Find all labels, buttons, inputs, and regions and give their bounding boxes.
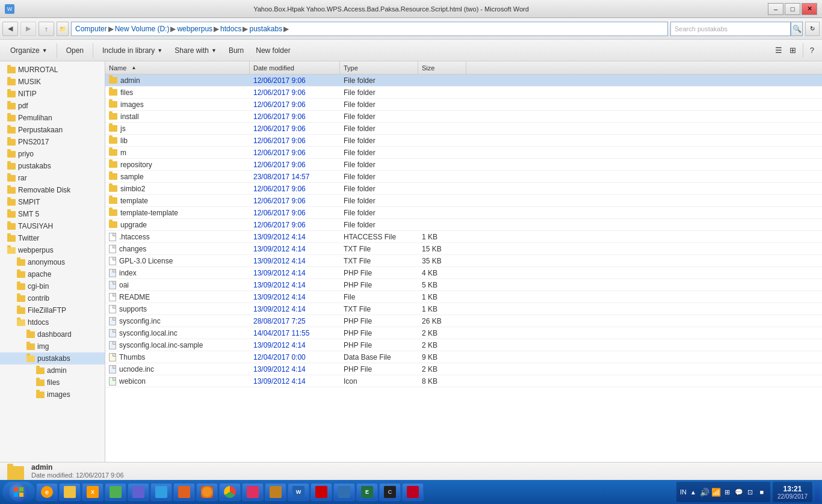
- search-box[interactable]: Search pustakabs: [670, 22, 791, 36]
- table-row[interactable]: sample 23/08/2017 14:57 File folder: [105, 171, 822, 183]
- sidebar-item-rar[interactable]: rar: [0, 172, 105, 184]
- col-header-name[interactable]: Name ▲: [105, 61, 250, 74]
- taskbar-word[interactable]: W: [288, 483, 309, 501]
- sidebar-item-pemulihan[interactable]: Pemulihan: [0, 112, 105, 124]
- table-row[interactable]: README 13/09/2012 4:14 File 1 KB: [105, 291, 822, 303]
- table-row[interactable]: files 12/06/2017 9:06 File folder: [105, 87, 822, 99]
- include-in-library-button[interactable]: Include in library ▼: [97, 42, 168, 59]
- taskbar-xampp[interactable]: X: [82, 483, 104, 501]
- sidebar-item-pns2017[interactable]: PNS2017: [0, 136, 105, 148]
- new-folder-button[interactable]: New folder: [250, 42, 295, 59]
- address-path[interactable]: Computer ▶ New Volume (D:) ▶ webperpus ▶…: [71, 22, 668, 36]
- table-row[interactable]: Thumbs 12/04/2017 0:00 Data Base File 9 …: [105, 351, 822, 363]
- sidebar-item-murrotal[interactable]: MURROTAL: [0, 64, 105, 76]
- tray-icon-4[interactable]: ⊞: [723, 487, 732, 497]
- sidebar-item-webperpus[interactable]: webperpus: [0, 244, 105, 256]
- maximize-button[interactable]: □: [785, 3, 800, 15]
- path-drive[interactable]: New Volume (D:): [115, 25, 170, 33]
- help-button[interactable]: ?: [807, 42, 817, 59]
- sidebar-item-anonymous[interactable]: anonymous: [0, 256, 105, 268]
- tray-icon-2[interactable]: 🔊: [700, 487, 709, 497]
- open-button[interactable]: Open: [61, 42, 89, 59]
- table-row[interactable]: repository 12/06/2017 9:06 File folder: [105, 159, 822, 171]
- sidebar-item-tausiyah[interactable]: TAUSIYAH: [0, 220, 105, 232]
- taskbar-app6[interactable]: [150, 483, 172, 501]
- view-options-button[interactable]: ⊞: [786, 42, 799, 59]
- sidebar-item-htdocs[interactable]: htdocs: [0, 316, 105, 328]
- sidebar-item-pdf[interactable]: pdf: [0, 100, 105, 112]
- table-row[interactable]: GPL-3.0 License 13/09/2012 4:14 TXT File…: [105, 255, 822, 267]
- minimize-button[interactable]: –: [768, 3, 783, 15]
- taskbar-app11[interactable]: [265, 483, 286, 501]
- taskbar-app5[interactable]: [128, 483, 149, 501]
- share-with-button[interactable]: Share with ▼: [169, 42, 222, 59]
- table-row[interactable]: supports 13/09/2012 4:14 TXT File 1 KB: [105, 303, 822, 315]
- back-button[interactable]: ◀: [2, 22, 18, 36]
- taskbar-app7[interactable]: [173, 483, 195, 501]
- col-header-type[interactable]: Type: [340, 61, 418, 74]
- path-htdocs[interactable]: htdocs: [220, 25, 241, 33]
- table-row[interactable]: sysconfig.local.inc 14/04/2017 11:55 PHP…: [105, 327, 822, 339]
- path-webperpus[interactable]: webperpus: [177, 25, 212, 33]
- col-header-size[interactable]: Size: [418, 61, 466, 74]
- sidebar-item-smt5[interactable]: SMT 5: [0, 208, 105, 220]
- folder-up-button[interactable]: 📁: [57, 22, 69, 36]
- table-row[interactable]: simbio2 12/06/2017 9:06 File folder: [105, 183, 822, 195]
- table-row[interactable]: oai 13/09/2012 4:14 PHP File 5 KB: [105, 279, 822, 291]
- taskbar-app10[interactable]: [242, 483, 264, 501]
- sidebar-item-apache[interactable]: apache: [0, 268, 105, 280]
- taskbar-cmd[interactable]: C: [379, 483, 401, 501]
- table-row[interactable]: template 12/06/2017 9:06 File folder: [105, 195, 822, 207]
- table-row[interactable]: lib 12/06/2017 9:06 File folder: [105, 135, 822, 147]
- sidebar-item-removable[interactable]: Removable Disk: [0, 184, 105, 196]
- sidebar-item-images-sub[interactable]: images: [0, 389, 105, 401]
- taskbar-excel[interactable]: E: [356, 483, 378, 501]
- table-row[interactable]: install 12/06/2017 9:06 File folder: [105, 111, 822, 123]
- sidebar-item-perpustakaan[interactable]: Perpustakaan: [0, 124, 105, 136]
- window-controls[interactable]: – □ ✕: [768, 3, 817, 15]
- taskbar-ie[interactable]: e: [36, 483, 58, 501]
- sidebar-item-files-sub[interactable]: files: [0, 376, 105, 389]
- sidebar-item-pustakabs-sub[interactable]: pustakabs: [0, 352, 105, 364]
- table-row[interactable]: webicon 13/09/2012 4:14 Icon 8 KB: [105, 375, 822, 387]
- sidebar-item-twitter[interactable]: Twitter: [0, 232, 105, 244]
- col-header-date[interactable]: Date modified: [250, 61, 340, 74]
- search-area[interactable]: Search pustakabs 🔍: [670, 22, 803, 36]
- sidebar[interactable]: MURROTAL MUSIK NITIP pdf Pemulihan Perpu…: [0, 61, 105, 462]
- refresh-button[interactable]: ↻: [805, 22, 820, 36]
- close-button[interactable]: ✕: [802, 3, 817, 15]
- sidebar-item-filezillaftp[interactable]: FileZillaFTP: [0, 304, 105, 316]
- table-row[interactable]: upgrade 12/06/2017 9:06 File folder: [105, 219, 822, 231]
- start-button[interactable]: [2, 482, 35, 502]
- taskbar-app4[interactable]: [105, 483, 126, 501]
- burn-button[interactable]: Burn: [223, 42, 249, 59]
- tray-icon-3[interactable]: 📶: [711, 487, 721, 497]
- sidebar-item-img[interactable]: img: [0, 340, 105, 352]
- clock[interactable]: 13:21 22/09/2017: [773, 482, 812, 502]
- taskbar-firefox[interactable]: [196, 483, 218, 501]
- path-computer[interactable]: Computer: [75, 25, 107, 33]
- sidebar-item-contrib[interactable]: contrib: [0, 292, 105, 304]
- table-row[interactable]: index 13/09/2012 4:14 PHP File 4 KB: [105, 267, 822, 279]
- table-row[interactable]: images 12/06/2017 9:06 File folder: [105, 99, 822, 111]
- sidebar-item-cgi-bin[interactable]: cgi-bin: [0, 280, 105, 292]
- tray-icon-5[interactable]: 💬: [734, 487, 744, 497]
- sidebar-item-pustakabs[interactable]: pustakabs: [0, 160, 105, 172]
- sidebar-item-smpit[interactable]: SMPIT: [0, 196, 105, 208]
- table-row[interactable]: m 12/06/2017 9:06 File folder: [105, 147, 822, 159]
- organize-button[interactable]: Organize ▼: [5, 42, 53, 59]
- table-row[interactable]: js 12/06/2017 9:06 File folder: [105, 123, 822, 135]
- sidebar-item-dashboard[interactable]: dashboard: [0, 328, 105, 340]
- sidebar-item-priyo[interactable]: priyo: [0, 148, 105, 160]
- taskbar-acrobat[interactable]: [311, 483, 332, 501]
- forward-button[interactable]: ▶: [20, 22, 36, 36]
- table-row[interactable]: changes 13/09/2012 4:14 TXT File 15 KB: [105, 243, 822, 255]
- table-row[interactable]: ucnode.inc 13/09/2012 4:14 PHP File 2 KB: [105, 363, 822, 375]
- table-row[interactable]: sysconfig.local.inc-sample 13/09/2012 4:…: [105, 339, 822, 351]
- path-pustakabs[interactable]: pustakabs: [249, 25, 282, 33]
- sidebar-item-admin-sub[interactable]: admin: [0, 364, 105, 376]
- tray-icon-1[interactable]: ▲: [688, 487, 698, 497]
- table-row[interactable]: sysconfig.inc 28/08/2017 7:25 PHP File 2…: [105, 315, 822, 327]
- up-button[interactable]: ↑: [39, 22, 54, 36]
- col-expand-icon[interactable]: ▲: [129, 61, 138, 74]
